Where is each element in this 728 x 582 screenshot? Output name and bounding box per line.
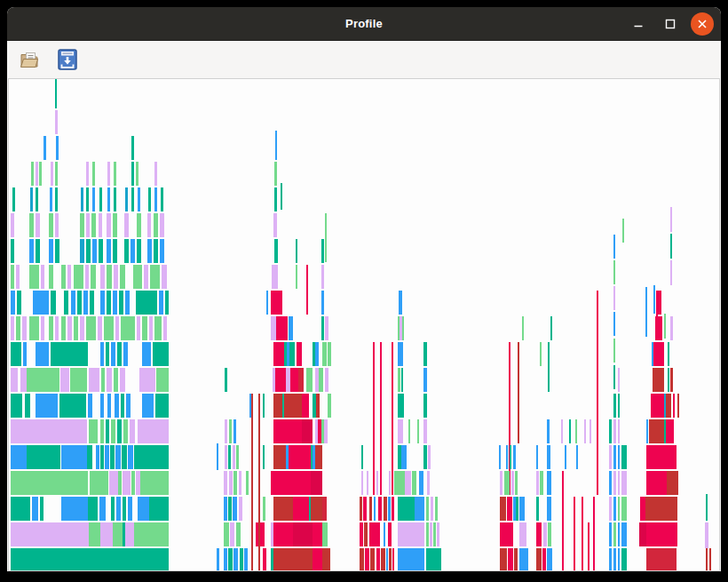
flame-bar[interactable]	[315, 445, 322, 469]
flame-bar[interactable]	[51, 162, 53, 186]
flame-bar[interactable]	[613, 235, 615, 259]
flame-bar[interactable]	[298, 368, 304, 392]
flame-bar[interactable]	[25, 394, 30, 418]
flame-bar[interactable]	[163, 316, 167, 340]
flame-bar[interactable]	[107, 239, 111, 263]
flame-bar[interactable]	[289, 342, 295, 366]
flame-bar[interactable]	[89, 522, 100, 546]
flame-bar[interactable]	[81, 187, 83, 211]
flame-bar[interactable]	[29, 239, 34, 263]
flame-bar[interactable]	[272, 265, 278, 289]
flame-bar[interactable]	[110, 445, 115, 469]
flame-bar[interactable]	[125, 291, 130, 315]
flame-bar[interactable]	[276, 316, 288, 340]
flame-bar[interactable]	[519, 522, 526, 546]
flame-bar[interactable]	[576, 445, 578, 469]
flame-bar[interactable]	[547, 548, 552, 571]
flame-bar[interactable]	[275, 368, 286, 392]
flame-bar[interactable]	[402, 316, 404, 340]
flame-bar[interactable]	[233, 471, 237, 495]
flame-bar[interactable]	[574, 497, 575, 571]
flame-bar[interactable]	[373, 342, 375, 495]
flame-bar[interactable]	[99, 213, 102, 237]
flame-bar[interactable]	[622, 219, 624, 243]
flame-bar[interactable]	[71, 291, 75, 315]
flame-bar[interactable]	[55, 110, 58, 134]
flame-bar[interactable]	[27, 368, 59, 392]
flame-bar[interactable]	[405, 471, 411, 495]
flame-bar[interactable]	[11, 291, 15, 315]
flame-bar[interactable]	[423, 419, 427, 443]
flame-bar[interactable]	[125, 187, 128, 211]
flame-bar[interactable]	[86, 239, 91, 263]
flame-bar[interactable]	[380, 342, 382, 495]
flame-bar[interactable]	[670, 207, 672, 232]
flame-bar[interactable]	[273, 522, 293, 546]
flame-bar[interactable]	[540, 342, 542, 366]
flame-bar[interactable]	[328, 342, 331, 366]
flame-bar[interactable]	[56, 136, 59, 160]
flame-bar[interactable]	[11, 497, 30, 521]
flame-bar[interactable]	[293, 522, 313, 546]
flame-bar[interactable]	[55, 239, 59, 263]
flame-bar[interactable]	[536, 445, 538, 469]
flame-bar[interactable]	[11, 445, 27, 469]
flame-bar[interactable]	[302, 419, 313, 443]
flame-bar[interactable]	[618, 394, 620, 418]
flame-bar[interactable]	[565, 445, 566, 469]
flame-bar[interactable]	[77, 291, 82, 315]
flame-bar[interactable]	[100, 445, 104, 469]
flame-bar[interactable]	[398, 342, 403, 366]
flame-bar[interactable]	[131, 187, 134, 211]
flame-bar[interactable]	[322, 522, 328, 546]
flame-bar[interactable]	[134, 522, 169, 546]
flame-bar[interactable]	[122, 445, 127, 469]
flame-bar[interactable]	[136, 162, 138, 186]
flame-bar[interactable]	[137, 316, 140, 340]
flame-bar[interactable]	[11, 239, 14, 263]
flame-bar[interactable]	[41, 316, 44, 340]
flame-bar[interactable]	[61, 445, 87, 469]
flame-bar[interactable]	[369, 497, 372, 521]
flame-bar[interactable]	[550, 316, 552, 340]
flame-bar[interactable]	[621, 445, 627, 469]
flame-bar[interactable]	[88, 497, 98, 521]
flame-bar[interactable]	[511, 471, 514, 495]
flame-bar[interactable]	[159, 291, 163, 315]
flame-bar[interactable]	[11, 394, 22, 418]
minimize-button[interactable]	[627, 12, 650, 36]
flame-bar[interactable]	[548, 522, 551, 546]
flame-bar[interactable]	[49, 316, 53, 340]
flame-bar[interactable]	[233, 497, 237, 521]
flame-bar[interactable]	[322, 497, 327, 521]
flame-bar[interactable]	[500, 497, 506, 521]
flame-bar[interactable]	[427, 471, 430, 495]
flame-bar[interactable]	[36, 187, 38, 211]
flame-bar[interactable]	[86, 187, 89, 211]
flame-bar[interactable]	[106, 419, 109, 443]
flame-bar[interactable]	[271, 471, 311, 495]
flame-bar[interactable]	[361, 471, 363, 495]
flame-bar[interactable]	[154, 213, 158, 237]
flame-bar[interactable]	[613, 548, 616, 571]
flame-bar[interactable]	[124, 213, 129, 237]
flame-bar[interactable]	[114, 368, 118, 392]
flame-bar[interactable]	[621, 548, 627, 571]
flame-bar[interactable]	[562, 471, 564, 571]
flame-bar[interactable]	[296, 239, 297, 263]
flame-bar[interactable]	[236, 445, 239, 469]
flame-bar[interactable]	[258, 394, 260, 571]
flame-bar[interactable]	[360, 497, 362, 521]
flame-bar[interactable]	[516, 497, 518, 521]
flame-bar[interactable]	[613, 286, 615, 310]
flame-bar[interactable]	[36, 213, 40, 237]
flame-bar[interactable]	[273, 445, 286, 469]
flame-bar[interactable]	[651, 394, 664, 418]
flame-bar[interactable]	[325, 368, 328, 392]
flame-bar[interactable]	[107, 187, 110, 211]
flame-bar[interactable]	[655, 316, 662, 340]
flame-bar[interactable]	[667, 471, 678, 495]
open-button[interactable]	[9, 43, 48, 76]
flame-bar[interactable]	[149, 316, 153, 340]
flame-bar[interactable]	[618, 548, 620, 571]
